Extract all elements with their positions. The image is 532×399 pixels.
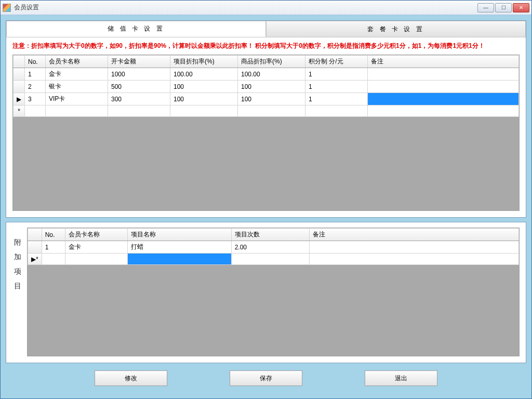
button-bar: 修改 保存 退出 bbox=[6, 367, 526, 391]
col-item-name: 项目名称 bbox=[127, 229, 231, 241]
cell-no[interactable]: 3 bbox=[25, 93, 46, 105]
table-row[interactable]: ▶ 3 VIP卡 300 100 100 1 bbox=[14, 93, 519, 105]
row-indicator bbox=[14, 68, 25, 81]
top-panel: 储 值 卡 设 置 套 餐 卡 设 置 注意：折扣率填写为大于0的数字，如90，… bbox=[6, 20, 526, 218]
row-indicator bbox=[14, 81, 25, 93]
cell-item-discount[interactable]: 100 bbox=[170, 81, 238, 93]
row-indicator-new: ▶* bbox=[28, 254, 42, 265]
cell-points[interactable]: 1 bbox=[305, 81, 368, 93]
col-rowhead bbox=[14, 56, 25, 68]
addon-grid-wrapper: No. 会员卡名称 项目名称 项目次数 备注 1 金卡 打蜡 bbox=[27, 228, 520, 356]
window-title: 会员设置 bbox=[14, 3, 477, 12]
cell[interactable] bbox=[65, 254, 127, 265]
cell-active[interactable] bbox=[127, 254, 231, 265]
window-controls: — ☐ ✕ bbox=[477, 3, 529, 12]
card-grid-wrapper: No. 会员卡名称 开卡金额 项目折扣率(%) 商品折扣率(%) 积分制 分/元… bbox=[12, 55, 520, 211]
cell-open-amount[interactable]: 500 bbox=[108, 81, 170, 93]
addon-label: 附 加 项 目 bbox=[12, 228, 23, 356]
col-item-count: 项目次数 bbox=[231, 229, 309, 241]
col-open-amount: 开卡金额 bbox=[108, 56, 170, 68]
card-grid[interactable]: No. 会员卡名称 开卡金额 项目折扣率(%) 商品折扣率(%) 积分制 分/元… bbox=[13, 55, 519, 117]
cell-name[interactable]: 金卡 bbox=[46, 68, 108, 81]
exit-button[interactable]: 退出 bbox=[365, 370, 437, 386]
cell[interactable] bbox=[368, 105, 519, 117]
table-new-row[interactable]: * bbox=[14, 105, 519, 117]
cell[interactable] bbox=[305, 105, 368, 117]
cell[interactable] bbox=[309, 254, 518, 265]
cell-name[interactable]: 银卡 bbox=[46, 81, 108, 93]
cell-open-amount[interactable]: 300 bbox=[108, 93, 170, 105]
col-rowhead bbox=[28, 229, 42, 241]
cell[interactable] bbox=[231, 254, 309, 265]
cell-remark[interactable] bbox=[309, 241, 518, 254]
modify-button[interactable]: 修改 bbox=[95, 370, 167, 386]
cell-no[interactable]: 1 bbox=[42, 241, 65, 254]
tab-stored-value[interactable]: 储 值 卡 设 置 bbox=[6, 21, 266, 37]
app-icon bbox=[3, 4, 11, 12]
cell-item-count[interactable]: 2.00 bbox=[231, 241, 309, 254]
cell-remark[interactable] bbox=[368, 93, 519, 105]
row-indicator-current: ▶ bbox=[14, 93, 25, 105]
col-no: No. bbox=[42, 229, 65, 241]
maximize-button[interactable]: ☐ bbox=[495, 3, 512, 12]
save-button[interactable]: 保存 bbox=[230, 370, 302, 386]
col-name: 会员卡名称 bbox=[46, 56, 108, 68]
row-indicator bbox=[28, 241, 42, 254]
cell-points[interactable]: 1 bbox=[305, 93, 368, 105]
col-item-discount: 项目折扣率(%) bbox=[170, 56, 238, 68]
table-row[interactable]: 1 金卡 1000 100.00 100.00 1 bbox=[14, 68, 519, 81]
label-char: 附 bbox=[14, 238, 21, 247]
cell-goods-discount[interactable]: 100 bbox=[238, 93, 305, 105]
cell-points[interactable]: 1 bbox=[305, 68, 368, 81]
cell-goods-discount[interactable]: 100 bbox=[238, 81, 305, 93]
grid-empty-area bbox=[28, 265, 519, 356]
col-name: 会员卡名称 bbox=[65, 229, 127, 241]
label-char: 项 bbox=[14, 267, 21, 276]
cell-name[interactable]: 金卡 bbox=[65, 241, 127, 254]
table-row[interactable]: 1 金卡 打蜡 2.00 bbox=[28, 241, 519, 254]
client-area: 储 值 卡 设 置 套 餐 卡 设 置 注意：折扣率填写为大于0的数字，如90，… bbox=[1, 15, 531, 398]
titlebar: 会员设置 — ☐ ✕ bbox=[1, 1, 531, 15]
cell-item-discount[interactable]: 100 bbox=[170, 93, 238, 105]
cell-no[interactable]: 2 bbox=[25, 81, 46, 93]
cell[interactable] bbox=[46, 105, 108, 117]
table-new-row[interactable]: ▶* bbox=[28, 254, 519, 265]
notice-text: 注意：折扣率填写为大于0的数字，如90，折扣率是90%，计算时以金额乘以此折扣率… bbox=[6, 37, 526, 55]
cell-goods-discount[interactable]: 100.00 bbox=[238, 68, 305, 81]
grid-empty-area bbox=[13, 117, 519, 210]
cell[interactable] bbox=[42, 254, 65, 265]
col-remark: 备注 bbox=[368, 56, 519, 68]
col-points: 积分制 分/元 bbox=[305, 56, 368, 68]
addon-grid[interactable]: No. 会员卡名称 项目名称 项目次数 备注 1 金卡 打蜡 bbox=[28, 228, 519, 265]
cell-remark[interactable] bbox=[368, 81, 519, 93]
addon-panel: 附 加 项 目 No. 会员卡名称 项目名称 项目次数 备注 bbox=[6, 222, 526, 363]
close-button[interactable]: ✕ bbox=[513, 3, 529, 12]
label-char: 目 bbox=[14, 282, 21, 291]
table-row[interactable]: 2 银卡 500 100 100 1 bbox=[14, 81, 519, 93]
col-remark: 备注 bbox=[309, 229, 518, 241]
cell-no[interactable]: 1 bbox=[25, 68, 46, 81]
cell-open-amount[interactable]: 1000 bbox=[108, 68, 170, 81]
tab-bar: 储 值 卡 设 置 套 餐 卡 设 置 bbox=[6, 21, 526, 37]
cell-name[interactable]: VIP卡 bbox=[46, 93, 108, 105]
label-char: 加 bbox=[14, 252, 21, 262]
cell[interactable] bbox=[108, 105, 170, 117]
cell[interactable] bbox=[170, 105, 238, 117]
tab-package[interactable]: 套 餐 卡 设 置 bbox=[266, 21, 526, 37]
main-window: 会员设置 — ☐ ✕ 储 值 卡 设 置 套 餐 卡 设 置 注意：折扣率填写为… bbox=[0, 0, 532, 399]
row-indicator-new: * bbox=[14, 105, 25, 117]
cell-remark[interactable] bbox=[368, 68, 519, 81]
cell-item-name[interactable]: 打蜡 bbox=[127, 241, 231, 254]
minimize-button[interactable]: — bbox=[477, 3, 494, 12]
col-no: No. bbox=[25, 56, 46, 68]
cell-item-discount[interactable]: 100.00 bbox=[170, 68, 238, 81]
col-goods-discount: 商品折扣率(%) bbox=[238, 56, 305, 68]
cell[interactable] bbox=[238, 105, 305, 117]
cell[interactable] bbox=[25, 105, 46, 117]
